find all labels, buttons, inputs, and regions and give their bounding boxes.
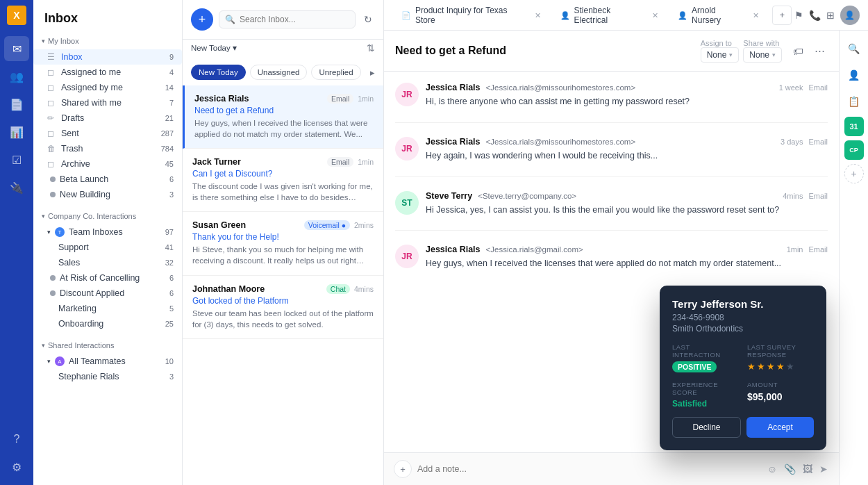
sidebar-tag-new-building[interactable]: New Building 3 (33, 187, 182, 202)
nav-contacts[interactable]: 👥 (4, 64, 29, 89)
sidebar-item-drafts[interactable]: ✏ Drafts 21 (33, 110, 182, 126)
compose-button[interactable]: + (191, 8, 213, 31)
beta-launch-count: 6 (169, 175, 174, 183)
sidebar-tag-beta-launch[interactable]: Beta Launch 6 (33, 172, 182, 187)
sidebar-tag-at-risk[interactable]: At Risk of Cancelling 6 (33, 270, 182, 286)
filter-unreplied[interactable]: Unreplied (311, 65, 360, 80)
sidebar-item-shared-with-me[interactable]: ◻ Shared with me 7 (33, 95, 182, 110)
conv-subject-susan: Thank you for the Help! (192, 232, 374, 242)
conv-item-johnathan[interactable]: Johnathan Moore Chat 4mins Got locked of… (183, 276, 383, 339)
avatar-jessica-4: JR (395, 245, 419, 268)
at-risk-label: At Risk of Cancelling (60, 273, 140, 283)
team-inboxes-chevron: ▾ (47, 229, 51, 236)
compose-emoji-btn[interactable]: ☺ (766, 462, 778, 476)
conv-channel-jessica: Email (327, 94, 353, 104)
sender-name-1: Jessica Rials (426, 83, 481, 92)
sender-email-3: <Steve.terry@company.co> (478, 192, 576, 200)
sidebar-item-sent[interactable]: ◻ Sent 287 (33, 126, 182, 141)
tab-arnold-label: Arnold Nursery (692, 6, 746, 25)
message-text-3: Hi Jessica, yes, I can assist you. Is th… (426, 204, 828, 217)
compose-send-btn[interactable]: ➤ (818, 462, 829, 476)
search-input[interactable] (240, 15, 349, 24)
decline-button[interactable]: Decline (672, 417, 741, 438)
sidebar-item-assigned-to-me[interactable]: ◻ Assigned to me 4 (33, 65, 182, 80)
message-time-4: 1min (787, 245, 803, 254)
tab-product-inquiry-close[interactable]: ✕ (535, 11, 541, 20)
nav-reports[interactable]: 📊 (4, 120, 29, 145)
nav-settings[interactable]: ⚙ (4, 454, 29, 479)
sidebar-item-archive[interactable]: ◻ Archive 45 (33, 156, 182, 172)
share-with-select[interactable]: None ▾ (743, 47, 782, 63)
refresh-button[interactable]: ↻ (361, 11, 375, 28)
conv-item-susan[interactable]: Susan Green Voicemail ● 2mins Thank you … (183, 212, 383, 275)
tag-button[interactable]: 🏷 (790, 42, 806, 60)
tab-flag-icon[interactable]: ⚑ (794, 10, 803, 21)
sidebar-item-inbox[interactable]: ☰ Inbox 9 (33, 49, 182, 65)
conv-meta-jack: Email 1min (327, 157, 374, 167)
nav-documents[interactable]: 📄 (4, 92, 29, 117)
sidebar-section-my-inbox[interactable]: ▾ My Inbox (33, 33, 182, 49)
conv-item-jack[interactable]: Jack Turner Email 1min Can I get a Disco… (183, 149, 383, 212)
sidebar-tag-discount[interactable]: Discount Applied 6 (33, 286, 182, 301)
assigned-to-me-icon: ◻ (47, 67, 57, 77)
conv-item-jessica[interactable]: Jessica Rials Email 1min Need to get a R… (183, 85, 383, 149)
sidebar-section-shared[interactable]: ▾ Shared Interactions (33, 337, 182, 354)
filter-label[interactable]: New Today ▾ (191, 43, 237, 53)
assign-to-select[interactable]: None ▾ (701, 47, 740, 63)
rs-search-icon[interactable]: 🔍 (843, 38, 865, 60)
sidebar-item-assigned-by-me[interactable]: ◻ Assigned by me 14 (33, 80, 182, 95)
rs-contact-icon[interactable]: 👤 (843, 64, 865, 86)
add-tab-button[interactable]: + (772, 6, 792, 25)
avatar-jessica-2: JR (395, 137, 419, 161)
rs-green-badge[interactable]: CP (844, 140, 864, 160)
sent-icon: ◻ (47, 129, 57, 138)
icon-bar: X ✉ 👥 📄 📊 ☑ 🔌 ? ⚙ (0, 0, 33, 485)
conv-meta-johnathan: Chat 4mins (326, 284, 374, 294)
nav-integrations[interactable]: 🔌 (4, 175, 29, 200)
star-rating: ★ ★ ★ ★ ★ (747, 361, 814, 372)
sidebar-item-stephanie[interactable]: Stephanie Rials 3 (33, 369, 182, 384)
message-time-3: 4mins (783, 192, 803, 200)
sidebar-item-support[interactable]: Support 41 (33, 240, 182, 255)
tab-arnold[interactable]: 👤 Arnold Nursery ✕ (669, 3, 768, 28)
compose-add-icon[interactable]: + (394, 460, 412, 478)
filter-unassigned[interactable]: Unassigned (250, 65, 308, 80)
filter-more-icon[interactable]: ▸ (370, 67, 375, 78)
nav-inbox[interactable]: ✉ (4, 36, 29, 61)
compose-attach-btn[interactable]: 📎 (783, 462, 797, 476)
star-3: ★ (767, 361, 775, 372)
sidebar-item-trash[interactable]: 🗑 Trash 784 (33, 141, 182, 156)
compose-image-btn[interactable]: 🖼 (801, 462, 814, 476)
tab-product-inquiry[interactable]: 📄 Product Inquiry for Texas Store ✕ (392, 3, 550, 28)
conv-subject-jack: Can I get a Discount? (192, 169, 374, 179)
conv-name-jessica: Jessica Rials (194, 94, 249, 104)
tab-arnold-close[interactable]: ✕ (753, 11, 759, 20)
tab-grid-icon[interactable]: ⊞ (826, 10, 835, 21)
nav-tasks[interactable]: ☑ (4, 147, 29, 172)
sidebar-item-onboarding[interactable]: Onboarding 25 (33, 316, 182, 331)
team-inboxes-icon: T (55, 227, 65, 237)
rs-files-icon[interactable]: 📋 (843, 90, 865, 113)
sidebar-item-all-teammates[interactable]: ▾ A All Teammates 10 (33, 354, 182, 369)
sidebar-item-marketing[interactable]: Marketing 5 (33, 301, 182, 316)
assign-to-section: Assign to None ▾ Share with None ▾ (701, 39, 782, 63)
rs-add-button[interactable]: + (844, 164, 864, 183)
sort-icon[interactable]: ⇅ (367, 42, 375, 54)
drafts-icon: ✏ (47, 113, 57, 123)
tab-stienbeck[interactable]: 👤 Stienbeck Electrical ✕ (551, 3, 668, 28)
user-avatar[interactable]: 👤 (840, 6, 860, 25)
compose-input[interactable] (417, 464, 760, 474)
accept-button[interactable]: Accept (746, 417, 814, 438)
rs-calendar-badge[interactable]: 31 (844, 117, 864, 136)
sidebar-section-company[interactable]: ▾ Company Co. Interactions (33, 208, 182, 224)
more-options-button[interactable]: ⋯ (812, 42, 828, 60)
sidebar-item-team-inboxes[interactable]: ▾ T Team Inboxes 97 (33, 224, 182, 240)
tab-phone-icon[interactable]: 📞 (809, 10, 821, 21)
sidebar-item-sales[interactable]: Sales 32 (33, 255, 182, 270)
conv-item-jack-header: Jack Turner Email 1min (192, 157, 374, 167)
tab-stienbeck-close[interactable]: ✕ (652, 11, 658, 20)
nav-help[interactable]: ? (4, 427, 29, 452)
conv-time-johnathan: 4mins (354, 285, 374, 293)
filter-new-today[interactable]: New Today (191, 65, 246, 80)
app-logo: X (7, 6, 26, 25)
